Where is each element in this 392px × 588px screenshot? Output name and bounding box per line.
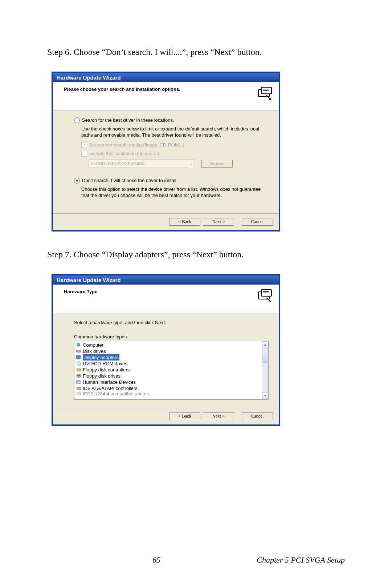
svg-rect-9 bbox=[77, 346, 80, 347]
svg-rect-10 bbox=[76, 350, 81, 352]
wizard-title: Hardware Update Wizard bbox=[53, 275, 279, 285]
radio-label: Don't search. I will choose the driver t… bbox=[82, 178, 177, 183]
radio-search-best-driver[interactable] bbox=[74, 117, 80, 123]
svg-rect-20 bbox=[77, 387, 81, 390]
svg-rect-17 bbox=[77, 375, 80, 375]
hid-icon bbox=[76, 379, 82, 385]
list-item[interactable]: Human Interface Devices bbox=[76, 379, 267, 385]
step6-instruction: Step 6. Choose “Don’t search. I will....… bbox=[47, 47, 345, 57]
disk-icon bbox=[76, 349, 82, 354]
cancel-button[interactable]: Cancel bbox=[242, 412, 273, 420]
svg-rect-12 bbox=[77, 359, 79, 359]
display-icon bbox=[76, 355, 82, 360]
cancel-button[interactable]: Cancel bbox=[242, 218, 273, 226]
list-item[interactable]: IEEE 1284.4 compatible printers bbox=[76, 391, 267, 396]
scroll-thumb[interactable] bbox=[262, 349, 268, 363]
hardware-icon bbox=[257, 86, 273, 102]
checkbox-removable-media bbox=[81, 142, 87, 148]
next-button[interactable]: Next > bbox=[203, 218, 234, 226]
svg-rect-15 bbox=[77, 368, 81, 371]
printer-icon bbox=[76, 391, 82, 396]
radio-label: Search for the best driver in these loca… bbox=[82, 117, 174, 123]
back-button[interactable]: < Back bbox=[169, 412, 200, 420]
chapter-title: Chapter 5 PCI SVGA Setup bbox=[257, 555, 345, 565]
list-item[interactable]: DVD/CD-ROM drives bbox=[76, 361, 267, 367]
browse-button: Browse bbox=[201, 160, 233, 168]
option2-help-text: Choose this option to select the device … bbox=[81, 186, 269, 199]
floppy-controller-icon bbox=[76, 367, 82, 372]
checkbox-include-location bbox=[81, 151, 87, 157]
hardware-types-listbox[interactable]: Computer Disk drives Display adapters DV… bbox=[74, 341, 269, 400]
list-item[interactable]: IDE ATA/ATAPI controllers bbox=[76, 385, 267, 391]
page-number: 65 bbox=[152, 555, 160, 565]
next-button[interactable]: Next > bbox=[203, 412, 234, 420]
list-item[interactable]: Computer bbox=[76, 342, 267, 348]
wizard-title: Hardware Update Wizard bbox=[53, 73, 279, 82]
step7-instruction: Step 7. Choose “Display adapters”, press… bbox=[47, 250, 345, 259]
checkbox-label: Search removable media (floppy, CD-ROM..… bbox=[89, 142, 184, 148]
checkbox-label: Include this location in the search: bbox=[89, 151, 160, 156]
scroll-up-icon[interactable]: ▲ bbox=[262, 341, 268, 348]
scroll-down-icon[interactable]: ▼ bbox=[262, 392, 268, 399]
back-button[interactable]: < Back bbox=[169, 218, 200, 226]
scrollbar[interactable]: ▲ ▼ bbox=[262, 341, 268, 399]
wizard-heading: Please choose your search and installati… bbox=[64, 86, 180, 92]
svg-rect-8 bbox=[77, 343, 80, 346]
hardware-update-wizard-step6: Hardware Update Wizard Please choose you… bbox=[52, 72, 280, 231]
list-item[interactable]: Floppy disk controllers bbox=[76, 367, 267, 373]
hardware-icon bbox=[257, 288, 273, 304]
radio-dont-search[interactable] bbox=[74, 178, 80, 184]
svg-rect-19 bbox=[76, 380, 79, 382]
dropdown-icon: ⌄ bbox=[188, 160, 195, 168]
wizard-heading: Hardware Type. bbox=[64, 289, 99, 294]
instruction-text: Select a hardware type, and then click N… bbox=[74, 320, 269, 325]
path-input: E:\ENGLISH\WINXP\HOME\ bbox=[89, 160, 188, 168]
svg-rect-21 bbox=[77, 392, 80, 395]
svg-rect-11 bbox=[76, 355, 80, 358]
option1-help-text: Use the check boxes below to limit or ex… bbox=[81, 126, 269, 138]
floppy-drive-icon bbox=[76, 373, 82, 379]
computer-icon bbox=[76, 342, 82, 348]
list-item[interactable]: Disk drives bbox=[76, 348, 267, 354]
list-item-selected[interactable]: Display adapters bbox=[76, 354, 267, 361]
hardware-update-wizard-step7: Hardware Update Wizard Hardware Type. Se… bbox=[52, 274, 280, 426]
list-label: Common hardware types: bbox=[74, 334, 269, 339]
ide-icon bbox=[76, 386, 82, 391]
svg-point-14 bbox=[78, 363, 79, 364]
list-item[interactable]: Floppy disk drives bbox=[76, 373, 267, 379]
dvd-icon bbox=[76, 361, 82, 366]
